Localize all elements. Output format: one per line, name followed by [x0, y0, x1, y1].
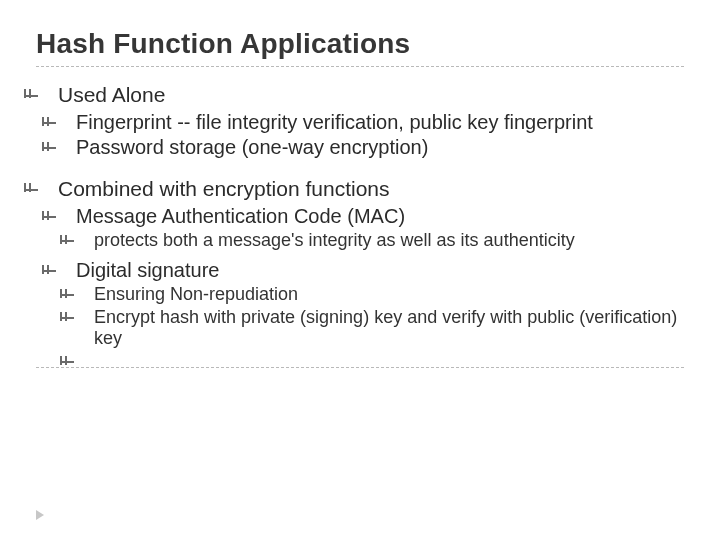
slide: Hash Function Applications Used Alone Fi… [0, 0, 720, 540]
list-item: Digital signature [58, 259, 684, 282]
section-heading: Used Alone [40, 83, 684, 107]
play-icon [36, 510, 44, 520]
list-item: Password storage (one-way encryption) [58, 136, 684, 159]
list-sub-item: Ensuring Non-repudiation [76, 284, 684, 305]
bottom-divider [36, 367, 684, 368]
title-divider [36, 66, 684, 67]
content-outline: Used Alone Fingerprint -- file integrity… [36, 83, 684, 349]
list-item: Message Authentication Code (MAC) [58, 205, 684, 228]
list-sub-item: Encrypt hash with private (signing) key … [76, 307, 684, 349]
section-heading: Combined with encryption functions [40, 177, 684, 201]
slide-title: Hash Function Applications [36, 28, 684, 60]
list-item: Fingerprint -- file integrity verificati… [58, 111, 684, 134]
list-sub-item: protects both a message's integrity as w… [76, 230, 684, 251]
